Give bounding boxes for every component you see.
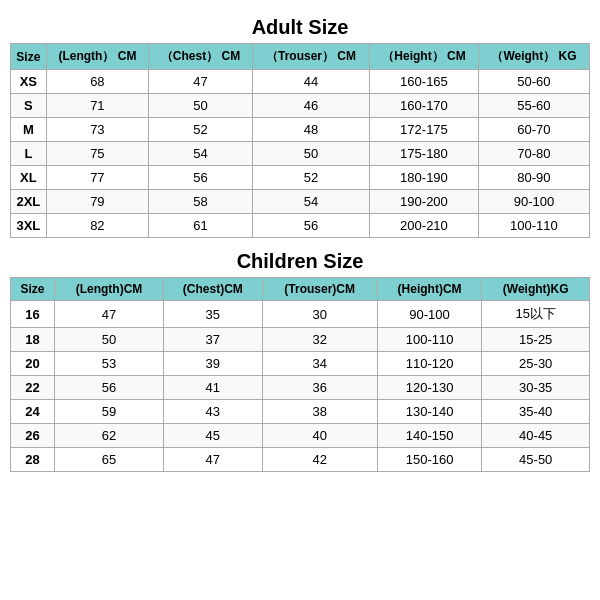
- children-header-cell: (Length)CM: [55, 278, 164, 301]
- table-cell: 15-25: [482, 328, 590, 352]
- table-cell: 36: [262, 376, 377, 400]
- table-row: 24594338130-14035-40: [11, 400, 590, 424]
- table-cell: 53: [55, 352, 164, 376]
- children-size-title: Children Size: [237, 250, 364, 273]
- table-cell: 43: [163, 400, 262, 424]
- table-cell: 26: [11, 424, 55, 448]
- table-cell: 68: [46, 70, 148, 94]
- children-header-cell: (Trouser)CM: [262, 278, 377, 301]
- adult-header-cell: Size: [11, 44, 47, 70]
- table-cell: 65: [55, 448, 164, 472]
- table-cell: 190-200: [370, 190, 479, 214]
- children-header-cell: (Weight)KG: [482, 278, 590, 301]
- table-row: XL775652180-19080-90: [11, 166, 590, 190]
- table-cell: 90-100: [377, 301, 482, 328]
- table-cell: S: [11, 94, 47, 118]
- table-row: L755450175-18070-80: [11, 142, 590, 166]
- table-cell: 34: [262, 352, 377, 376]
- table-cell: 82: [46, 214, 148, 238]
- table-cell: 46: [252, 94, 369, 118]
- table-cell: 70-80: [478, 142, 589, 166]
- table-cell: M: [11, 118, 47, 142]
- table-cell: 175-180: [370, 142, 479, 166]
- table-cell: 39: [163, 352, 262, 376]
- table-cell: 30-35: [482, 376, 590, 400]
- table-cell: 47: [149, 70, 253, 94]
- table-cell: 52: [252, 166, 369, 190]
- table-cell: 150-160: [377, 448, 482, 472]
- table-cell: 47: [163, 448, 262, 472]
- table-cell: 54: [149, 142, 253, 166]
- table-cell: 41: [163, 376, 262, 400]
- table-cell: 59: [55, 400, 164, 424]
- table-cell: 38: [262, 400, 377, 424]
- table-cell: 90-100: [478, 190, 589, 214]
- table-cell: 160-170: [370, 94, 479, 118]
- adult-header-cell: （Trouser） CM: [252, 44, 369, 70]
- table-cell: 45: [163, 424, 262, 448]
- table-cell: XL: [11, 166, 47, 190]
- table-cell: 55-60: [478, 94, 589, 118]
- table-row: 18503732100-11015-25: [11, 328, 590, 352]
- table-cell: 60-70: [478, 118, 589, 142]
- table-cell: 58: [149, 190, 253, 214]
- table-cell: 52: [149, 118, 253, 142]
- table-cell: 100-110: [478, 214, 589, 238]
- table-cell: 50: [149, 94, 253, 118]
- table-cell: 50: [252, 142, 369, 166]
- table-cell: 45-50: [482, 448, 590, 472]
- table-cell: 50: [55, 328, 164, 352]
- table-cell: 15以下: [482, 301, 590, 328]
- table-cell: 35: [163, 301, 262, 328]
- table-cell: 24: [11, 400, 55, 424]
- table-cell: 110-120: [377, 352, 482, 376]
- table-cell: 200-210: [370, 214, 479, 238]
- table-cell: 35-40: [482, 400, 590, 424]
- table-cell: 62: [55, 424, 164, 448]
- table-cell: 120-130: [377, 376, 482, 400]
- table-cell: 50-60: [478, 70, 589, 94]
- table-row: 3XL826156200-210100-110: [11, 214, 590, 238]
- table-cell: 61: [149, 214, 253, 238]
- table-cell: 56: [55, 376, 164, 400]
- table-row: 26624540140-15040-45: [11, 424, 590, 448]
- table-cell: 77: [46, 166, 148, 190]
- table-row: S715046160-17055-60: [11, 94, 590, 118]
- children-size-table: Size(Length)CM(Chest)CM(Trouser)CM(Heigh…: [10, 277, 590, 472]
- table-cell: 130-140: [377, 400, 482, 424]
- table-cell: 20: [11, 352, 55, 376]
- adult-header-cell: （Height） CM: [370, 44, 479, 70]
- table-cell: 56: [252, 214, 369, 238]
- table-cell: 44: [252, 70, 369, 94]
- table-cell: 2XL: [11, 190, 47, 214]
- adult-size-title: Adult Size: [252, 16, 349, 39]
- table-cell: 71: [46, 94, 148, 118]
- table-row: 1647353090-10015以下: [11, 301, 590, 328]
- table-cell: 28: [11, 448, 55, 472]
- table-cell: 22: [11, 376, 55, 400]
- table-cell: 40: [262, 424, 377, 448]
- table-cell: 100-110: [377, 328, 482, 352]
- table-cell: 54: [252, 190, 369, 214]
- table-row: 2XL795854190-20090-100: [11, 190, 590, 214]
- table-cell: 18: [11, 328, 55, 352]
- table-cell: 32: [262, 328, 377, 352]
- table-cell: XS: [11, 70, 47, 94]
- children-header-cell: Size: [11, 278, 55, 301]
- table-cell: 80-90: [478, 166, 589, 190]
- table-cell: L: [11, 142, 47, 166]
- table-row: 20533934110-12025-30: [11, 352, 590, 376]
- table-cell: 42: [262, 448, 377, 472]
- table-cell: 48: [252, 118, 369, 142]
- table-row: XS684744160-16550-60: [11, 70, 590, 94]
- table-cell: 75: [46, 142, 148, 166]
- table-cell: 73: [46, 118, 148, 142]
- children-header-cell: (Height)CM: [377, 278, 482, 301]
- table-row: 28654742150-16045-50: [11, 448, 590, 472]
- table-cell: 47: [55, 301, 164, 328]
- table-cell: 160-165: [370, 70, 479, 94]
- table-cell: 56: [149, 166, 253, 190]
- table-cell: 40-45: [482, 424, 590, 448]
- adult-size-table: Size(Length） CM（Chest） CM（Trouser） CM（He…: [10, 43, 590, 238]
- adult-header-cell: (Length） CM: [46, 44, 148, 70]
